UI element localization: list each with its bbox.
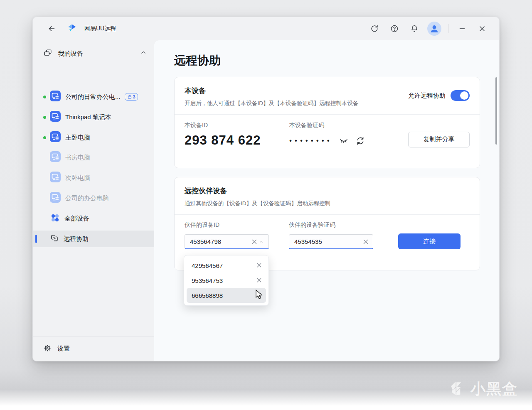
local-device-card: 本设备 开启后，他人可通过【本设备ID】及【本设备验证码】远程控制本设备 允许远… — [174, 77, 480, 168]
device-name: 公司的办公电脑 — [65, 194, 109, 202]
app-logo-icon — [67, 23, 77, 34]
refresh-button[interactable] — [367, 22, 382, 36]
page-title: 远程协助 — [174, 53, 499, 69]
settings-label: 设置 — [57, 345, 70, 353]
back-button[interactable] — [44, 22, 59, 36]
offline-status-dot — [43, 197, 46, 200]
device-icon — [50, 131, 61, 144]
spacer-dot — [43, 217, 46, 220]
my-devices-label: 我的设备 — [58, 50, 83, 58]
allow-remote-assist-label: 允许远程协助 — [408, 92, 446, 100]
app-title: 网易UU远程 — [84, 25, 116, 32]
history-item-hovered[interactable]: 666568898 — [187, 288, 266, 303]
chevron-up-icon[interactable] — [258, 238, 265, 246]
device-name: Thinkpad 笔记本 — [65, 113, 111, 121]
history-id: 666568898 — [192, 292, 223, 299]
sidebar-device-item[interactable]: 书房电脑 — [33, 149, 154, 166]
sidebar-item-settings[interactable]: 设置 — [33, 336, 154, 361]
device-name: 公司的日常办公电... — [65, 93, 121, 101]
all-devices-label: 全部设备 — [64, 215, 89, 223]
masked-code: •••••••• — [289, 135, 332, 146]
regenerate-code-icon[interactable] — [355, 135, 366, 146]
watermark: 小黑盒 — [448, 379, 518, 399]
history-id: 953564753 — [192, 277, 223, 284]
partner-id-input[interactable] — [190, 238, 251, 245]
device-code-label: 本设备验证码 — [289, 122, 408, 129]
gear-icon — [43, 344, 52, 354]
partner-code-input[interactable] — [294, 238, 362, 245]
desktop-background: 小黑盒 网易UU远程 — [0, 0, 532, 410]
partner-card-title: 远控伙伴设备 — [185, 186, 330, 196]
my-devices-icon — [43, 48, 52, 59]
device-id-label: 本设备ID — [185, 122, 289, 129]
history-id: 429564567 — [192, 262, 223, 269]
history-item[interactable]: 953564753 — [187, 273, 266, 288]
online-status-dot — [43, 136, 46, 139]
titlebar-separator — [448, 24, 448, 33]
remove-history-icon[interactable] — [256, 262, 262, 269]
remote-assist-icon — [50, 233, 59, 244]
partner-id-label: 伙伴的设备ID — [185, 221, 269, 229]
minimize-button[interactable] — [454, 22, 470, 36]
offline-status-dot — [43, 156, 46, 159]
close-button[interactable] — [474, 22, 490, 36]
main-panel: 远程协助 本设备 开启后，他人可通过【本设备ID】及【本设备验证码】远程控制本设… — [154, 40, 499, 361]
local-device-title: 本设备 — [185, 86, 359, 96]
partner-id-input-wrap — [185, 234, 269, 249]
history-item[interactable]: 429564567 — [187, 258, 266, 273]
connect-button[interactable]: 连接 — [398, 233, 461, 249]
sidebar-item-all-devices[interactable]: 全部设备 — [33, 210, 154, 227]
device-name: 次卧电脑 — [65, 174, 90, 182]
device-icon — [50, 151, 61, 164]
partner-card-description: 通过其他设备的【设备ID】及【设备验证码】启动远程控制 — [185, 200, 330, 207]
sidebar-device-item[interactable]: 主卧电脑 — [33, 129, 154, 146]
remote-assist-label: 远程协助 — [64, 235, 89, 243]
device-name: 书房电脑 — [65, 154, 90, 162]
app-window: 网易UU远程 — [32, 17, 500, 361]
offline-status-dot — [43, 177, 46, 179]
all-devices-icon — [50, 213, 60, 224]
watermark-text: 小黑盒 — [470, 379, 518, 399]
collapse-chevron-icon[interactable] — [140, 49, 147, 58]
sidebar-device-item[interactable]: Thinkpad 笔记本 — [33, 109, 154, 125]
device-icon — [50, 111, 61, 123]
copy-share-button[interactable]: 复制并分享 — [408, 132, 470, 147]
scrollbar[interactable] — [495, 77, 497, 145]
sidebar-device-item[interactable]: 公司的办公电脑 — [33, 190, 154, 206]
mouse-cursor — [255, 290, 264, 302]
spacer-dot — [43, 238, 46, 241]
xiaoheihe-logo-icon — [448, 379, 466, 399]
device-name: 主卧电脑 — [65, 134, 90, 142]
screen-count-badge: 3 — [125, 93, 138, 101]
device-icon — [50, 91, 61, 103]
clear-id-icon[interactable] — [251, 238, 258, 246]
partner-code-input-wrap — [289, 234, 373, 249]
sidebar-device-item[interactable]: 公司的日常办公电... 3 — [33, 88, 154, 105]
titlebar: 网易UU远程 — [33, 17, 499, 40]
help-button[interactable] — [387, 22, 402, 36]
allow-remote-assist-toggle[interactable] — [451, 90, 470, 101]
clear-code-icon[interactable] — [362, 238, 369, 246]
partner-code-label: 伙伴的设备验证码 — [289, 221, 373, 229]
online-status-dot — [43, 96, 46, 98]
notifications-button[interactable] — [406, 22, 422, 36]
device-id-value: 293 874 622 — [185, 133, 289, 148]
sidebar-group-my-devices[interactable]: 我的设备 — [33, 45, 154, 62]
eye-closed-icon[interactable] — [338, 135, 349, 146]
sidebar: 我的设备 公司的日常办公电... 3 — [33, 40, 154, 361]
selected-indicator — [35, 235, 37, 243]
sidebar-item-remote-assist[interactable]: 远程协助 — [33, 231, 154, 247]
device-icon — [50, 172, 61, 184]
local-device-description: 开启后，他人可通过【本设备ID】及【本设备验证码】远程控制本设备 — [185, 100, 359, 107]
online-status-dot — [43, 116, 46, 119]
account-avatar[interactable] — [426, 22, 442, 36]
sidebar-device-item[interactable]: 次卧电脑 — [33, 169, 154, 186]
toggle-knob — [460, 91, 468, 100]
device-icon — [50, 192, 61, 204]
screens-icon — [127, 94, 132, 99]
remove-history-icon[interactable] — [256, 277, 262, 284]
avatar-icon — [427, 22, 441, 36]
